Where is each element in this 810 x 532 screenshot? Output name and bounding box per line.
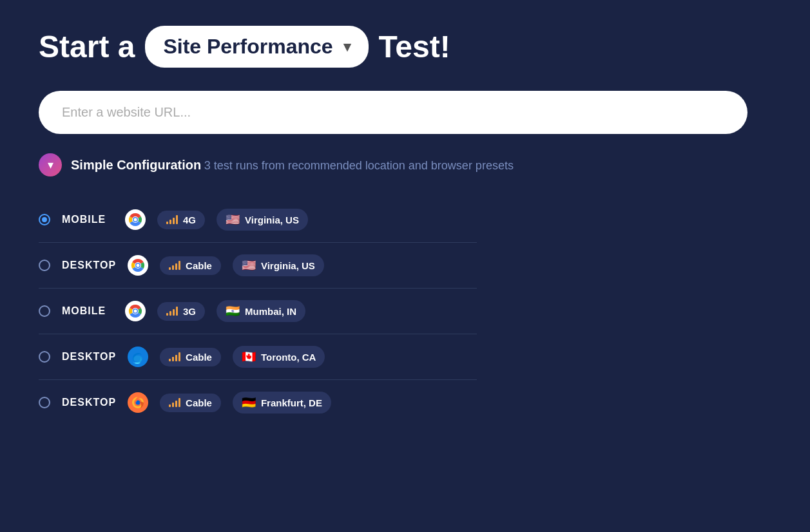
device-label: MOBILE xyxy=(62,305,113,317)
location-badge: 🇺🇸 Virginia, US xyxy=(233,254,324,276)
test-row[interactable]: MOBILE xyxy=(39,289,477,334)
svg-point-16 xyxy=(133,356,142,362)
device-label: DESKTOP xyxy=(62,260,116,271)
browser-icon xyxy=(125,209,146,230)
radio-button[interactable] xyxy=(39,260,50,271)
location-label: Virginia, US xyxy=(261,260,315,271)
connection-badge: Cable xyxy=(160,348,221,366)
flag-icon: 🇺🇸 xyxy=(242,258,256,272)
location-label: Mumbai, IN xyxy=(245,306,296,317)
test-type-dropdown-wrapper[interactable]: Site Performance ▾ xyxy=(145,26,368,68)
simple-config-label: Simple Configuration xyxy=(71,158,201,172)
chevron-down-icon: ▾ xyxy=(48,158,53,172)
svg-point-14 xyxy=(134,310,137,313)
location-label: Frankfurt, DE xyxy=(261,397,322,408)
header-suffix: Test! xyxy=(379,29,450,64)
flag-icon: 🇨🇦 xyxy=(242,350,256,364)
connection-type-label: Cable xyxy=(186,397,212,408)
connection-badge: Cable xyxy=(160,394,221,412)
chevron-down-icon: ▾ xyxy=(343,39,351,55)
browser-icon xyxy=(125,301,146,321)
location-badge: 🇩🇪 Frankfurt, DE xyxy=(233,392,331,413)
device-label: DESKTOP xyxy=(62,397,116,408)
radio-button[interactable] xyxy=(39,351,50,363)
location-badge: 🇺🇸 Virginia, US xyxy=(217,209,308,231)
svg-point-4 xyxy=(134,218,137,222)
test-row[interactable]: DESKTOP xyxy=(39,243,477,289)
page-header: Start a Site Performance ▾ Test! xyxy=(39,26,450,68)
simple-config-description: 3 test runs from recommended location an… xyxy=(204,159,514,172)
connection-type-label: Cable xyxy=(186,352,212,363)
signal-bars-icon xyxy=(169,398,180,407)
connection-badge: 4G xyxy=(157,211,205,229)
location-badge: 🇨🇦 Toronto, CA xyxy=(233,346,325,368)
location-label: Virginia, US xyxy=(245,214,299,225)
device-label: DESKTOP xyxy=(62,351,116,363)
signal-bars-icon xyxy=(166,215,178,224)
radio-button[interactable] xyxy=(39,305,50,317)
flag-icon: 🇮🇳 xyxy=(226,304,240,318)
collapse-button[interactable]: ▾ xyxy=(39,153,62,176)
connection-type-label: 3G xyxy=(183,306,196,317)
connection-badge: 3G xyxy=(157,302,205,321)
radio-button[interactable] xyxy=(39,214,50,225)
url-input-row xyxy=(39,91,747,134)
location-label: Toronto, CA xyxy=(261,352,316,363)
browser-icon xyxy=(128,255,148,276)
signal-bars-icon xyxy=(166,307,178,316)
device-label: MOBILE xyxy=(62,214,113,225)
header-prefix: Start a xyxy=(39,29,135,64)
browser-icon xyxy=(128,392,148,413)
test-type-label: Site Performance xyxy=(163,35,333,59)
url-input[interactable] xyxy=(39,91,747,134)
test-row[interactable]: DESKTOP Cable 🇩🇪 Frankfurt, DE xyxy=(39,380,477,425)
flag-icon: 🇩🇪 xyxy=(242,395,256,410)
signal-bars-icon xyxy=(169,352,180,361)
test-type-dropdown[interactable]: Site Performance ▾ xyxy=(145,26,368,68)
browser-icon xyxy=(128,347,148,367)
test-row[interactable]: DESKTOP Cable 🇨🇦 Toronto, CA xyxy=(39,334,477,380)
svg-point-9 xyxy=(137,264,140,267)
radio-button[interactable] xyxy=(39,397,50,408)
connection-type-label: Cable xyxy=(186,260,212,271)
test-row[interactable]: MOBILE xyxy=(39,197,477,243)
connection-type-label: 4G xyxy=(183,214,196,225)
test-list: MOBILE xyxy=(39,197,477,425)
connection-badge: Cable xyxy=(160,256,221,275)
flag-icon: 🇺🇸 xyxy=(226,213,240,227)
signal-bars-icon xyxy=(169,261,180,270)
location-badge: 🇮🇳 Mumbai, IN xyxy=(217,300,305,322)
simple-config-row: ▾ Simple Configuration 3 test runs from … xyxy=(39,153,514,176)
